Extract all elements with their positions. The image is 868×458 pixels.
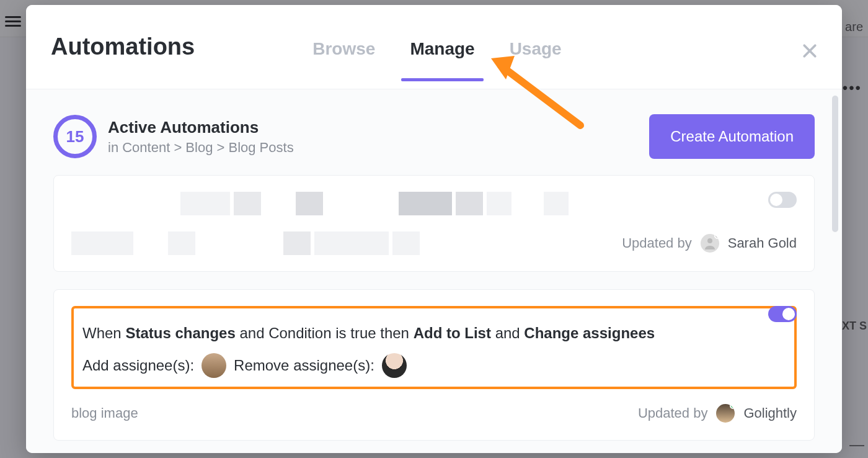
card-tag: blog image — [71, 405, 138, 421]
section-title: Active Automations — [108, 118, 294, 137]
tab-browse[interactable]: Browse — [312, 39, 375, 80]
breadcrumb: in Content > Blog > Blog Posts — [108, 140, 294, 156]
avatar — [715, 403, 736, 424]
modal-body: 15 Active Automations in Content > Blog … — [26, 89, 842, 453]
tab-manage[interactable]: Manage — [410, 39, 474, 80]
tab-usage[interactable]: Usage — [510, 39, 562, 80]
rule-description: When Status changes and Condition is tru… — [82, 320, 786, 347]
avatar — [699, 233, 720, 254]
svg-point-2 — [707, 238, 712, 243]
tabs: Browse Manage Usage — [312, 27, 561, 68]
assignee-row: Add assignee(s): Remove assignee(s): — [82, 353, 786, 378]
updated-by-name: Golightly — [743, 405, 797, 421]
create-automation-button[interactable]: Create Automation — [649, 114, 815, 159]
card-footer: blog image Updated by Golightly — [71, 403, 797, 424]
redacted-rule: Updated by Sarah Gold — [71, 231, 797, 255]
automation-toggle[interactable] — [768, 192, 797, 208]
add-assignees-label: Add assignee(s): — [82, 357, 194, 374]
automations-modal: Automations Browse Manage Usage 15 Activ… — [26, 5, 842, 453]
assignee-avatar — [202, 353, 226, 378]
automation-card[interactable]: Updated by Sarah Gold — [53, 175, 815, 272]
section-header: 15 Active Automations in Content > Blog … — [53, 114, 815, 159]
redacted-rule — [71, 192, 797, 215]
automation-card[interactable]: When Status changes and Condition is tru… — [53, 289, 815, 441]
assignee-avatar — [382, 353, 407, 378]
updated-by-name: Sarah Gold — [728, 235, 797, 251]
rule-highlight: When Status changes and Condition is tru… — [71, 306, 797, 389]
modal-title: Automations — [51, 34, 195, 60]
updated-by-label: Updated by — [638, 405, 708, 421]
close-icon — [800, 42, 819, 60]
close-button[interactable] — [797, 38, 822, 63]
automation-toggle[interactable] — [768, 306, 797, 322]
automation-count-badge: 15 — [53, 115, 97, 158]
updated-by-label: Updated by — [622, 235, 692, 251]
remove-assignees-label: Remove assignee(s): — [234, 357, 374, 374]
scrollbar[interactable] — [832, 96, 838, 232]
modal-header: Automations Browse Manage Usage — [26, 5, 842, 89]
